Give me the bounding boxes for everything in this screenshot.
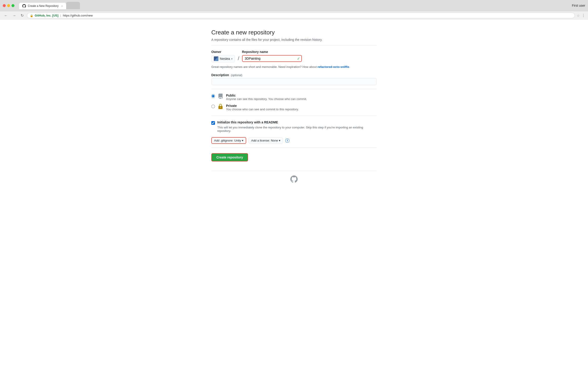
gitignore-dropdown[interactable]: Add .gitignore: Unity ▾ — [211, 137, 246, 144]
repo-name-group: Repository name ✓ — [242, 50, 302, 62]
public-option: Public Anyone can see this repository. Y… — [211, 94, 377, 101]
repo-name-label: Repository name — [242, 50, 302, 54]
tab-close-button[interactable]: × — [61, 5, 63, 7]
gitignore-value: Unity — [234, 139, 241, 142]
owner-select[interactable]: hiesiea ▾ — [211, 55, 235, 62]
section-divider-2 — [211, 116, 377, 116]
initialize-section: Initialize this repository with a README… — [211, 120, 377, 133]
public-info: Public Anyone can see this repository. Y… — [226, 94, 307, 101]
company-name: GitHub, Inc. [US] — [35, 14, 58, 17]
license-label: Add a license: — [251, 139, 270, 142]
suggestion-link[interactable]: refactored-octo-sniffle — [317, 65, 349, 69]
form-section: Owner hiesiea ▾ / Repository name ✓ — [211, 50, 377, 161]
owner-group: Owner hiesiea ▾ — [211, 50, 235, 62]
valid-checkmark-icon: ✓ — [297, 56, 300, 61]
gitignore-arrow: ▾ — [242, 139, 243, 142]
maximize-window-button[interactable] — [11, 4, 15, 7]
address-divider: | — [60, 14, 61, 17]
suggestion-prefix: Great repository names are short and mem… — [211, 65, 317, 69]
page-heading: Create a new repository — [211, 29, 377, 36]
dropdowns-row: Add .gitignore: Unity ▾ Add a license: N… — [211, 137, 377, 144]
bookmark-icon[interactable]: ☆ — [577, 14, 580, 17]
minimize-window-button[interactable] — [7, 4, 10, 7]
owner-avatar — [214, 56, 218, 61]
public-desc: Anyone can see this repository. You choo… — [226, 97, 307, 101]
tab-title: Create a New Repository — [28, 4, 59, 8]
tab-favicon — [22, 4, 26, 8]
main-container: Create a new repository A repository con… — [207, 29, 381, 189]
private-option: Private You choose who can see and commi… — [211, 104, 377, 111]
browser-titlebar: Create a New Repository × First user — [0, 0, 588, 11]
readme-checkbox[interactable] — [211, 121, 215, 125]
public-repo-icon — [218, 94, 223, 100]
address-bar[interactable]: 🔒 GitHub, Inc. [US] | https://github.com… — [27, 13, 575, 18]
browser-menu-icon[interactable]: ⋮ — [582, 13, 585, 18]
private-info: Private You choose who can see and commi… — [226, 104, 299, 111]
window-controls — [3, 4, 15, 7]
visibility-section: Public Anyone can see this repository. Y… — [211, 94, 377, 111]
submit-section: Create repository — [211, 153, 377, 161]
suggestion-suffix: . — [349, 65, 350, 69]
page-content: Create a new repository A repository con… — [0, 20, 588, 367]
repo-name-input-wrapper: ✓ — [242, 55, 302, 62]
refresh-button[interactable]: ↻ — [19, 13, 25, 18]
section-divider-1 — [211, 89, 377, 89]
slash-divider: / — [237, 56, 240, 61]
readme-label: Initialize this repository with a README — [217, 120, 278, 124]
public-label: Public — [226, 94, 307, 97]
info-icon[interactable]: ℹ — [285, 139, 289, 143]
license-dropdown[interactable]: Add a license: None ▾ — [249, 137, 283, 144]
footer-octocat-icon — [290, 178, 298, 184]
avatar-image — [214, 56, 218, 61]
readme-desc: This will let you immediately clone the … — [217, 126, 377, 133]
public-radio[interactable] — [211, 94, 215, 98]
back-button[interactable]: ← — [3, 13, 9, 18]
suggestion-text: Great repository names are short and mem… — [211, 65, 377, 69]
section-divider-3 — [211, 148, 377, 148]
create-repository-button[interactable]: Create repository — [211, 153, 248, 161]
owner-dropdown-arrow: ▾ — [231, 58, 233, 60]
description-group: Description (optional) — [211, 73, 377, 85]
browser-chrome: Create a New Repository × First user ← →… — [0, 0, 588, 20]
active-tab[interactable]: Create a New Repository × — [19, 3, 66, 9]
license-arrow: ▾ — [279, 139, 280, 142]
browser-toolbar: ← → ↻ 🔒 GitHub, Inc. [US] | https://gith… — [0, 11, 588, 20]
page-footer — [211, 171, 377, 189]
heading-divider — [211, 45, 377, 45]
private-label: Private — [226, 104, 299, 108]
description-label: Description (optional) — [211, 73, 377, 77]
owner-repo-row: Owner hiesiea ▾ / Repository name ✓ — [211, 50, 377, 62]
description-optional: (optional) — [231, 74, 242, 77]
user-label: First user — [572, 4, 585, 7]
description-input[interactable] — [211, 78, 377, 85]
user-label-area: First user — [572, 4, 585, 7]
lock-icon: 🔒 — [30, 14, 33, 17]
page-subtitle: A repository contains all the files for … — [211, 38, 377, 42]
private-radio[interactable] — [211, 105, 215, 108]
owner-name: hiesiea — [220, 57, 230, 60]
close-window-button[interactable] — [3, 4, 6, 7]
url-text: https://github.com/new — [63, 14, 93, 17]
gitignore-label: Add .gitignore: — [214, 139, 233, 142]
forward-button[interactable]: → — [11, 13, 17, 18]
tab-bar: Create a New Repository × — [16, 2, 83, 9]
owner-label: Owner — [211, 50, 235, 54]
readme-checkbox-row: Initialize this repository with a README — [211, 120, 377, 125]
license-value: None — [271, 139, 278, 142]
private-desc: You choose who can see and commit to thi… — [226, 108, 299, 111]
inactive-tab[interactable] — [66, 2, 80, 9]
private-repo-icon — [218, 104, 223, 111]
repo-name-input[interactable] — [242, 55, 302, 62]
